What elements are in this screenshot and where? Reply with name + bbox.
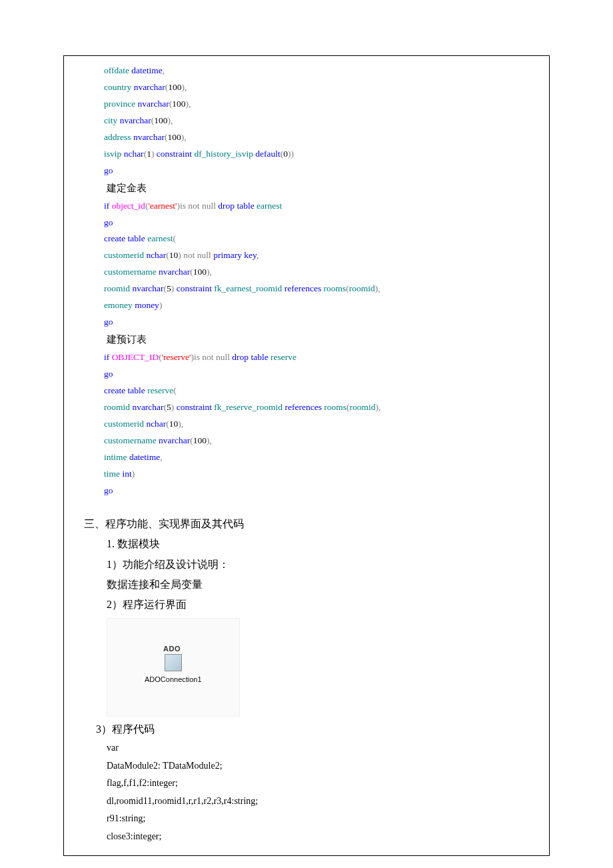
ide-design-panel: ADO ADOConnection1 (107, 618, 240, 717)
code-token: constraint (157, 149, 195, 159)
code-line: create table earnest( (104, 231, 536, 247)
code-token: ) (151, 149, 157, 159)
code-token: roomid (104, 283, 132, 293)
code-token: customerid (104, 419, 146, 429)
code-line: city nvarchar(100), (104, 113, 536, 129)
code-token: country (104, 82, 134, 92)
code-line: r91:string; (107, 810, 536, 828)
code-token: ), (207, 435, 212, 445)
code-token: 100 (168, 82, 181, 92)
code-token: reserve (147, 385, 173, 395)
code-token: ) (159, 300, 163, 310)
code-token: ) (132, 469, 135, 479)
ado-component-name: ADOConnection1 (143, 675, 203, 683)
code-line: if OBJECT_ID('reserve')is not null drop … (104, 349, 536, 366)
code-token: roomid (349, 283, 375, 293)
code-token: ), (375, 283, 380, 293)
code-line: create table reserve( (104, 383, 536, 399)
code-token: roomid (104, 402, 132, 412)
code-token: datetime (129, 452, 160, 462)
code-token: if (104, 201, 112, 211)
code-token: customername (104, 267, 159, 277)
code-token: default (255, 149, 280, 159)
code-token: 5 (167, 283, 171, 293)
code-line: 建预订表 (104, 331, 536, 349)
code-token: earnest (147, 233, 173, 243)
code-line: roomid nvarchar(5) constraint fk_reserve… (104, 399, 536, 416)
code-token: 1 (147, 149, 151, 159)
code-token: OBJECT_ID (112, 352, 159, 362)
code-token: is not null (194, 352, 232, 362)
code-token: 建定金表 (104, 183, 147, 193)
code-token: rooms (324, 402, 346, 412)
code-line: go (104, 483, 536, 499)
code-token: 5 (167, 402, 171, 412)
code-line: customerid nchar(10), (104, 416, 536, 433)
code-token: 10 (169, 250, 179, 260)
code-token: ( (173, 385, 177, 395)
pascal-code-block: varDataModule2: TDataModule2;flag,f,f1,f… (107, 739, 536, 846)
code-line: address nvarchar(100), (104, 129, 536, 146)
code-token: , (160, 452, 162, 462)
code-token: ), (182, 82, 187, 92)
section3-item3: 3）程序代码 (96, 719, 536, 739)
code-token: nchar (146, 419, 166, 429)
code-line: customername nvarchar(100), (104, 264, 536, 281)
code-line: go (104, 366, 536, 383)
code-token: reserve (271, 352, 297, 362)
code-token: 100 (193, 435, 207, 445)
code-token: 100 (154, 115, 167, 125)
code-token: constraint (177, 283, 215, 293)
code-token: )) (288, 149, 294, 159)
code-token: ), (178, 419, 183, 429)
code-token: 'reserve' (162, 352, 191, 362)
code-token: intime (104, 452, 129, 462)
code-token: go (104, 217, 113, 227)
code-token: ) (171, 402, 177, 412)
code-token: city (104, 115, 120, 125)
code-token: nvarchar (120, 115, 151, 125)
code-token: create table (104, 385, 147, 395)
code-line: DataModule2: TDataModule2; (107, 757, 536, 775)
code-token: nvarchar (132, 402, 163, 412)
section3-item1-1: 1）功能介绍及设计说明： (107, 555, 536, 575)
code-token: roomid (350, 402, 376, 412)
code-line: intime datetime, (104, 449, 536, 466)
code-line: go (104, 163, 536, 179)
code-token: 0 (283, 149, 288, 159)
ado-label: ADO (163, 645, 181, 653)
code-token: time (104, 469, 122, 479)
code-line: dl,roomid11,roomid1,r,r1,r2,r3,r4:string… (107, 793, 536, 811)
code-token: nchar (146, 250, 166, 260)
code-token: emoney (104, 300, 135, 310)
code-token: isvip (104, 149, 124, 159)
code-token: 'earnest' (148, 201, 177, 211)
code-token: 100 (172, 99, 185, 109)
code-token: nvarchar (134, 82, 165, 92)
code-token: not null (183, 250, 213, 260)
code-token: nvarchar (159, 267, 190, 277)
code-line: close3:integer; (107, 828, 536, 846)
code-line: go (104, 314, 536, 331)
code-token: drop table (232, 352, 271, 362)
section3-heading: 三、程序功能、实现界面及其代码 (84, 514, 536, 534)
ado-connection-component: ADO ADOConnection1 (143, 653, 203, 683)
code-token: references (285, 283, 324, 293)
code-token: create table (104, 233, 147, 243)
code-token: address (104, 132, 133, 142)
code-token: references (285, 402, 324, 412)
section3-item1: 1. 数据模块 (107, 534, 536, 554)
code-token: earnest (257, 201, 282, 211)
code-line: var (107, 739, 536, 757)
code-token: go (104, 485, 113, 495)
section3-item1-2: 2）程序运行界面 (107, 595, 536, 615)
code-line: 建定金表 (104, 179, 536, 198)
code-token: nvarchar (138, 99, 169, 109)
code-token: 建预订表 (104, 334, 147, 345)
code-token: int (122, 469, 131, 479)
code-token: offdate (104, 65, 131, 75)
code-token: constraint (177, 402, 215, 412)
code-token: go (104, 317, 113, 327)
code-token: if (104, 352, 112, 362)
code-token: nchar (124, 149, 144, 159)
